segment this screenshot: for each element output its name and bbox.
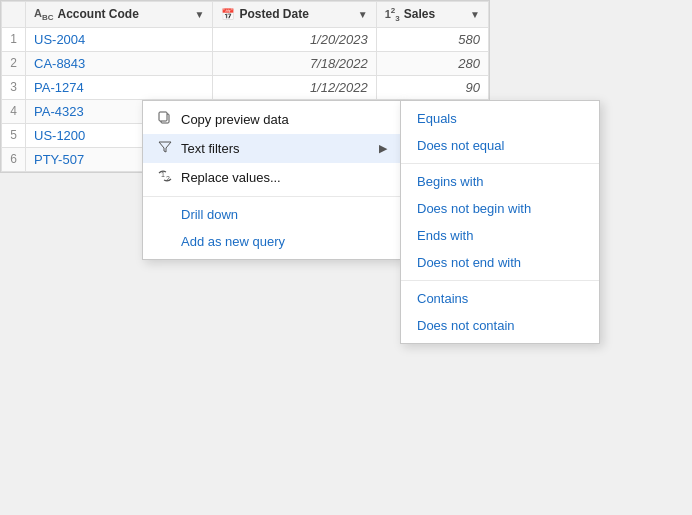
cell-sales-2: 280 (376, 51, 488, 75)
cell-code-1: US-2004 (26, 27, 213, 51)
menu-item-drill-down[interactable]: Drill down (143, 201, 401, 228)
cell-code-2: CA-8843 (26, 51, 213, 75)
context-menu: Copy preview data Text filters ▶ 1 2 Rep… (142, 100, 402, 260)
menu-sep-1 (143, 196, 401, 197)
menu-item-add-new-query[interactable]: Add as new query (143, 228, 401, 255)
row-num-3: 3 (2, 75, 26, 99)
submenu-contains[interactable]: Contains (401, 285, 599, 312)
cell-code-3: PA-1274 (26, 75, 213, 99)
menu-label-add-new-query: Add as new query (181, 234, 285, 249)
row-num-1: 1 (2, 27, 26, 51)
text-type-icon: ABC (34, 7, 54, 22)
svg-rect-1 (159, 112, 167, 121)
cell-date-3: 1/12/2022 (213, 75, 376, 99)
submenu-sep-2 (401, 280, 599, 281)
row-num-2: 2 (2, 51, 26, 75)
submenu-does-not-end-with[interactable]: Does not end with (401, 249, 599, 276)
col-dropdown-account-code[interactable]: ▼ (195, 9, 205, 20)
svg-text:1: 1 (161, 171, 165, 178)
menu-item-replace-values[interactable]: 1 2 Replace values... (143, 163, 401, 192)
menu-label-drill-down: Drill down (181, 207, 238, 222)
submenu-does-not-equal[interactable]: Does not equal (401, 132, 599, 159)
submenu-equals[interactable]: Equals (401, 105, 599, 132)
menu-label-text-filters: Text filters (181, 141, 240, 156)
col-header-account-code[interactable]: ABC Account Code ▼ (26, 2, 213, 28)
number-type-icon: 123 (385, 6, 400, 23)
col-dropdown-posted-date[interactable]: ▼ (358, 9, 368, 20)
date-type-icon: 📅 (221, 8, 235, 21)
row-num-4: 4 (2, 99, 26, 123)
replace-icon: 1 2 (157, 169, 173, 186)
cell-date-1: 1/20/2023 (213, 27, 376, 51)
cell-sales-1: 580 (376, 27, 488, 51)
table-row: 2 CA-8843 7/18/2022 280 (2, 51, 489, 75)
cell-date-2: 7/18/2022 (213, 51, 376, 75)
row-num-5: 5 (2, 123, 26, 147)
table-row: 1 US-2004 1/20/2023 580 (2, 27, 489, 51)
col-label-posted-date: Posted Date (239, 7, 308, 21)
submenu-arrow-icon: ▶ (379, 142, 387, 155)
submenu-sep-1 (401, 163, 599, 164)
submenu-does-not-contain[interactable]: Does not contain (401, 312, 599, 339)
cell-sales-3: 90 (376, 75, 488, 99)
menu-item-text-filters[interactable]: Text filters ▶ (143, 134, 401, 163)
menu-label-copy-preview: Copy preview data (181, 112, 289, 127)
col-label-sales: Sales (404, 7, 435, 21)
col-dropdown-sales[interactable]: ▼ (470, 9, 480, 20)
copy-icon (157, 111, 173, 128)
col-label-account-code: Account Code (58, 7, 139, 21)
table-row: 3 PA-1274 1/12/2022 90 (2, 75, 489, 99)
text-filters-submenu: Equals Does not equal Begins with Does n… (400, 100, 600, 344)
menu-item-copy-preview[interactable]: Copy preview data (143, 105, 401, 134)
filter-icon (157, 140, 173, 157)
submenu-does-not-begin-with[interactable]: Does not begin with (401, 195, 599, 222)
svg-text:2: 2 (166, 175, 170, 182)
col-header-posted-date[interactable]: 📅 Posted Date ▼ (213, 2, 376, 28)
submenu-begins-with[interactable]: Begins with (401, 168, 599, 195)
col-header-sales[interactable]: 123 Sales ▼ (376, 2, 488, 28)
submenu-ends-with[interactable]: Ends with (401, 222, 599, 249)
menu-label-replace-values: Replace values... (181, 170, 281, 185)
row-num-6: 6 (2, 147, 26, 171)
